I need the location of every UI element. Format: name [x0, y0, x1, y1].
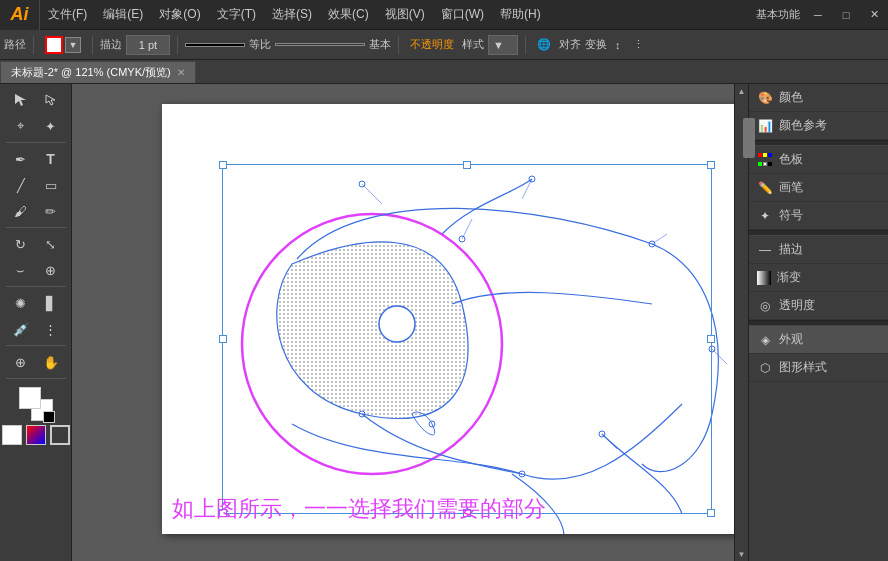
reshape-tool[interactable]: ⊕	[37, 258, 65, 282]
maximize-button[interactable]: □	[832, 0, 860, 30]
tool-row-5: 🖌 ✏	[7, 199, 65, 223]
workspace-label: 基本功能	[752, 4, 804, 26]
no-fill-button[interactable]	[50, 425, 70, 445]
zoom-tool[interactable]: ⊕	[7, 350, 35, 374]
panel-brushes[interactable]: ✏️ 画笔	[749, 174, 888, 202]
tool-row-8: ✺ ▋	[7, 291, 65, 315]
menu-help[interactable]: 帮助(H)	[492, 0, 549, 30]
panel-color-guide[interactable]: 📊 颜色参考	[749, 112, 888, 140]
stroke-icon: —	[757, 242, 773, 258]
menu-object[interactable]: 对象(O)	[151, 0, 208, 30]
ratio-label: 等比	[249, 37, 271, 52]
tool-separator-4	[6, 345, 66, 346]
document-tab[interactable]: 未标题-2* @ 121% (CMYK/预览) ✕	[0, 61, 196, 83]
lasso-tool[interactable]: ⌖	[7, 114, 35, 138]
tool-separator-2	[6, 227, 66, 228]
brush-tool[interactable]: 🖌	[7, 199, 35, 223]
menu-select[interactable]: 选择(S)	[264, 0, 320, 30]
tool-separator-1	[6, 142, 66, 143]
tab-title: 未标题-2* @ 121% (CMYK/预览)	[11, 65, 171, 80]
panel-stroke[interactable]: — 描边	[749, 236, 888, 264]
scale-tool[interactable]: ⤡	[37, 232, 65, 256]
opacity-label: 不透明度	[406, 34, 458, 56]
svg-line-17	[602, 434, 617, 449]
pen-tool[interactable]: ✒	[7, 147, 35, 171]
align-label: 对齐	[559, 37, 581, 52]
panel-color[interactable]: 🎨 颜色	[749, 84, 888, 112]
svg-line-14	[462, 219, 472, 239]
stroke-label: 描边	[100, 37, 122, 52]
foreground-color-swatch[interactable]	[19, 387, 41, 409]
panel-gradient-label: 渐变	[777, 269, 801, 286]
panel-color-guide-label: 颜色参考	[779, 117, 827, 134]
stroke-preview	[185, 43, 245, 47]
gradient-button[interactable]	[26, 425, 46, 445]
eyedropper-tool[interactable]: 💉	[7, 317, 35, 341]
panel-color-label: 颜色	[779, 89, 803, 106]
pencil-tool[interactable]: ✏	[37, 199, 65, 223]
tool-row-2: ⌖ ✦	[7, 114, 65, 138]
right-scrollbar[interactable]: ▲ ▼	[734, 84, 748, 561]
style-label: 样式	[462, 37, 484, 52]
tool-separator-5	[6, 378, 66, 379]
menu-file[interactable]: 文件(F)	[40, 0, 95, 30]
appearance-icon: ◈	[757, 332, 773, 348]
line-tool[interactable]: ╱	[7, 173, 35, 197]
panel-transparency[interactable]: ◎ 透明度	[749, 292, 888, 320]
hand-tool[interactable]: ✋	[37, 350, 65, 374]
base-label: 基本	[369, 37, 391, 52]
extra-icon[interactable]: ⋮	[629, 34, 648, 56]
shape-tool[interactable]: ▭	[37, 173, 65, 197]
menu-effect[interactable]: 效果(C)	[320, 0, 377, 30]
panel-appearance[interactable]: ◈ 外观	[749, 326, 888, 354]
panel-graphic-styles[interactable]: ⬡ 图形样式	[749, 354, 888, 382]
page-canvas: 如上图所示，一一选择我们需要的部分	[162, 104, 734, 534]
menu-text[interactable]: 文字(T)	[209, 0, 264, 30]
swap-color-icon[interactable]	[43, 411, 55, 423]
main-area: ⌖ ✦ ✒ T ╱ ▭ 🖌 ✏ ↻ ⤡ ⌣ ⊕ ✺ ▋ 💉	[0, 84, 888, 561]
transform-icon[interactable]: ↕	[611, 34, 625, 56]
scroll-thumb[interactable]	[743, 118, 755, 158]
tool-row-6: ↻ ⤡	[7, 232, 65, 256]
window-controls: 基本功能 ─ □ ✕	[752, 0, 888, 30]
warp-tool[interactable]: ⌣	[7, 258, 35, 282]
tab-close-button[interactable]: ✕	[177, 67, 185, 78]
minimize-button[interactable]: ─	[804, 0, 832, 30]
color-box	[2, 387, 70, 445]
tool-row-9: 💉 ⋮	[7, 317, 65, 341]
stroke-size-input[interactable]	[126, 35, 170, 55]
transform-label: 变换	[585, 37, 607, 52]
scroll-down-button[interactable]: ▼	[735, 547, 749, 561]
svg-line-15	[652, 234, 667, 244]
app-logo: Ai	[0, 0, 40, 30]
panel-swatches-label: 色板	[779, 151, 803, 168]
close-button[interactable]: ✕	[860, 0, 888, 30]
svg-point-2	[379, 306, 415, 342]
magic-wand-tool[interactable]: ✦	[37, 114, 65, 138]
color-swatches[interactable]	[19, 387, 53, 421]
panel-stroke-label: 描边	[779, 241, 803, 258]
globe-icon[interactable]: 🌐	[533, 34, 555, 56]
column-graph-tool[interactable]: ▋	[37, 291, 65, 315]
menu-window[interactable]: 窗口(W)	[433, 0, 492, 30]
panel-swatches[interactable]: 色板	[749, 146, 888, 174]
selection-tool[interactable]	[7, 88, 35, 112]
style-dropdown[interactable]: ▼	[488, 35, 518, 55]
svg-line-16	[712, 349, 727, 364]
stroke-preview-long	[275, 43, 365, 46]
graphic-styles-icon: ⬡	[757, 360, 773, 376]
panel-symbols[interactable]: ✦ 符号	[749, 202, 888, 230]
canvas-svg	[162, 104, 734, 534]
menu-edit[interactable]: 编辑(E)	[95, 0, 151, 30]
panel-gradient[interactable]: 渐变	[749, 264, 888, 292]
symbol-tool[interactable]: ✺	[7, 291, 35, 315]
type-tool[interactable]: T	[37, 147, 65, 171]
rotate-tool[interactable]: ↻	[7, 232, 35, 256]
direct-selection-tool[interactable]	[37, 88, 65, 112]
stroke-color-swatch[interactable]: ▼	[41, 34, 85, 56]
scroll-up-button[interactable]: ▲	[735, 84, 749, 98]
fill-none-button[interactable]	[2, 425, 22, 445]
blend-tool[interactable]: ⋮	[37, 317, 65, 341]
gradient-panel-icon	[757, 271, 771, 285]
menu-view[interactable]: 视图(V)	[377, 0, 433, 30]
